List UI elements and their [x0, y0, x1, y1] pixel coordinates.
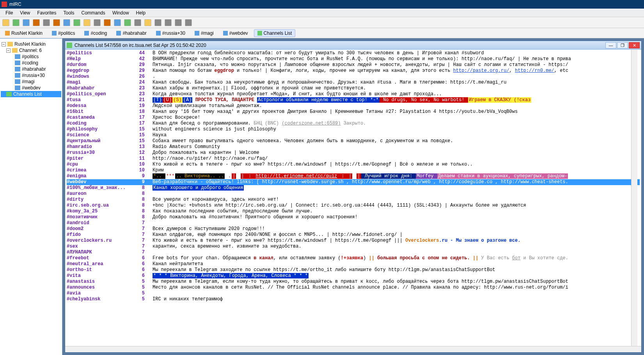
- tab-habrahabr[interactable]: #habrahabr: [113, 29, 150, 37]
- toolbar-button-6[interactable]: [63, 19, 70, 26]
- tab-rusnetklarkin[interactable]: RusNet Klarkin: [2, 29, 46, 37]
- tab-russia30[interactable]: #russia+30: [153, 29, 189, 37]
- toolbar-button-16[interactable]: [165, 19, 172, 26]
- chan-icon: [84, 31, 89, 36]
- tab-label: #habrahabr: [122, 30, 146, 36]
- app-icon: [2, 2, 7, 7]
- toolbar-button-8[interactable]: [83, 19, 90, 26]
- menu-view[interactable]: View: [17, 9, 33, 16]
- toolbar-button-17[interactable]: [175, 19, 182, 26]
- toolbar-button-7[interactable]: [73, 19, 80, 26]
- toolbar-button-12[interactable]: [124, 19, 131, 26]
- toolbar-button-13[interactable]: [134, 19, 141, 26]
- tab-politics[interactable]: #politics: [48, 29, 78, 37]
- toolbar-button-1[interactable]: [12, 19, 20, 26]
- menubar: FileViewFavoritesToolsCommandsWindowHelp: [0, 9, 644, 17]
- tab-label: #coding: [90, 30, 107, 36]
- chan-icon: [195, 31, 199, 36]
- tab-channelslist[interactable]: Channels List: [254, 29, 296, 37]
- toolbar-button-0[interactable]: [2, 19, 9, 26]
- toolbar-button-18[interactable]: [185, 19, 192, 26]
- menu-help[interactable]: Help: [133, 9, 149, 16]
- chan-icon: [223, 31, 228, 36]
- tab-webdev[interactable]: #webdev: [220, 29, 252, 37]
- tab-label: #webdev: [229, 30, 248, 36]
- tabbar: RusNet Klarkin#politics#coding#habrahabr…: [0, 28, 644, 38]
- chan-icon: [52, 31, 57, 36]
- app-titlebar: mIRC: [0, 0, 644, 9]
- toolbar: [0, 17, 644, 28]
- app-title: mIRC: [9, 2, 21, 7]
- toolbar-button-3[interactable]: [33, 19, 40, 26]
- tab-label: RusNet Klarkin: [11, 30, 43, 36]
- net-icon: [5, 31, 10, 36]
- toolbar-button-14[interactable]: [144, 19, 151, 26]
- toolbar-button-5[interactable]: [53, 19, 60, 26]
- toolbar-button-4[interactable]: [43, 19, 50, 26]
- menu-window[interactable]: Window: [109, 9, 132, 16]
- tab-label: #politics: [58, 30, 75, 36]
- tab-label: #russia+30: [162, 30, 185, 36]
- menu-file[interactable]: File: [2, 9, 16, 16]
- chan-icon: [116, 31, 121, 36]
- menu-commands[interactable]: Commands: [78, 9, 108, 16]
- toolbar-button-2[interactable]: [23, 19, 30, 26]
- toolbar-button-11[interactable]: [114, 19, 121, 26]
- tab-label: #magi: [201, 30, 214, 36]
- toolbar-button-9[interactable]: [94, 19, 101, 26]
- menu-tools[interactable]: Tools: [60, 9, 78, 16]
- tab-magi[interactable]: #magi: [191, 29, 217, 37]
- menu-favorites[interactable]: Favorites: [34, 9, 59, 16]
- tab-coding[interactable]: #coding: [81, 29, 110, 37]
- tab-label: Channels List: [264, 30, 292, 36]
- toolbar-button-15[interactable]: [154, 19, 161, 26]
- chan-icon: [156, 31, 161, 36]
- toolbar-button-10[interactable]: [104, 19, 111, 26]
- list-icon: [257, 31, 262, 36]
